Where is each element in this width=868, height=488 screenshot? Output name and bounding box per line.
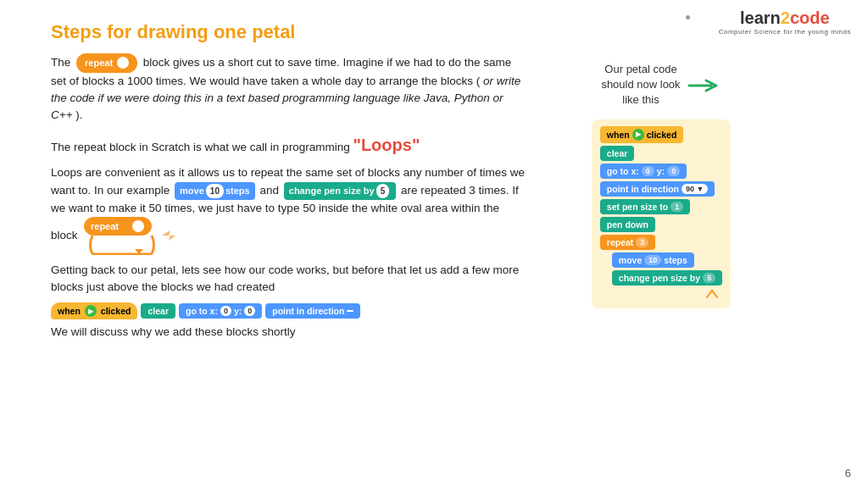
move-scratch: move 10 steps (612, 252, 694, 268)
page-title: Steps for drawing one petal (51, 21, 834, 43)
logo-text: learn2code (719, 8, 851, 28)
logo-code: code (790, 8, 830, 27)
scratch-move: move 10 steps (612, 252, 722, 268)
scratch-pendown: pen down (600, 217, 722, 232)
scratch-point: point in direction 90 ▼ (600, 181, 722, 197)
p1-end: ). (75, 108, 82, 121)
repeat-diagram: repeat (84, 217, 177, 255)
scratch-when-clicked: when ▶ clicked (600, 126, 722, 143)
arrow-svg (160, 227, 177, 244)
repeat-block-inline: repeat (76, 53, 137, 73)
bottom-blocks-row: when ▶ clicked clear go to x: 0 y: 0 poi… (51, 302, 526, 319)
move-block: move 10 steps (175, 182, 255, 200)
goto-scratch: go to x: 0 y: 0 (600, 164, 687, 179)
scratch-goto: go to x: 0 y: 0 (600, 164, 722, 179)
setpen-scratch: set pen size to 1 (600, 199, 690, 214)
scratch-end-arrow (600, 288, 722, 302)
scratch-repeat: repeat 3 (600, 235, 722, 250)
p3-and: and (259, 184, 279, 197)
left-column: The repeat block gives us a short cut to… (51, 53, 526, 348)
content-area: The repeat block gives us a short cut to… (51, 53, 834, 348)
paragraph-2: The repeat block in Scratch is what we c… (51, 132, 526, 158)
logo: learn2code Computer Science for the youn… (719, 8, 851, 36)
scratch-changepen: change pen size by 5 (612, 270, 722, 286)
pendown-scratch: pen down (600, 217, 655, 232)
logo-subtitle: Computer Science for the young minds (719, 28, 851, 36)
change-pen-block: change pen size by 5 (284, 182, 396, 200)
arrow-right-icon (687, 77, 721, 97)
scratch-clear: clear (600, 146, 722, 161)
point-scratch: point in direction 90 ▼ (600, 181, 715, 197)
point-direction-block: point in direction (265, 303, 360, 319)
loops-text: "Loops" (353, 136, 420, 154)
when-clicked-scratch: when ▶ clicked (600, 126, 683, 143)
petal-label: Our petal code should now look like this (601, 62, 680, 108)
p1-pre: The (51, 56, 70, 69)
clear-block: clear (141, 303, 175, 319)
paragraph-4: Getting back to our petal, lets see how … (51, 262, 526, 297)
repeat-svg: repeat (84, 217, 160, 255)
green-flag-icon: ▶ (85, 305, 97, 317)
scratch-setpen: set pen size to 1 (600, 199, 722, 214)
goto-block: go to x: 0 y: 0 (179, 303, 262, 319)
repeat-circle (117, 57, 129, 69)
logo-learn: learn (740, 8, 781, 27)
svg-point-2 (132, 220, 144, 232)
repeat-scratch: repeat 3 (600, 235, 656, 250)
p2-pre: The repeat block in Scratch is what we c… (51, 141, 350, 153)
p4-text: Getting back to our petal, lets see how … (51, 263, 519, 293)
clear-scratch: clear (600, 146, 635, 161)
logo-2: 2 (781, 8, 790, 27)
scratch-code-panel: when ▶ clicked clear go to x: 0 y: 0 (592, 119, 731, 308)
svg-text:repeat: repeat (91, 221, 119, 231)
changepen-scratch: change pen size by 5 (612, 270, 722, 286)
petal-description: Our petal code should now look like this (601, 62, 721, 113)
dot-accent (686, 15, 690, 19)
paragraph-3: Loops are convenient as it allows us to … (51, 164, 526, 255)
page-number: 6 (845, 467, 851, 480)
paragraph-1: The repeat block gives us a short cut to… (51, 53, 526, 124)
paragraph-5: We will discuss why we add these blocks … (51, 324, 526, 341)
page: learn2code Computer Science for the youn… (0, 0, 868, 488)
when-clicked-block: when ▶ clicked (51, 302, 137, 319)
right-column: Our petal code should now look like this… (534, 53, 788, 348)
flag-icon: ▶ (632, 129, 644, 141)
